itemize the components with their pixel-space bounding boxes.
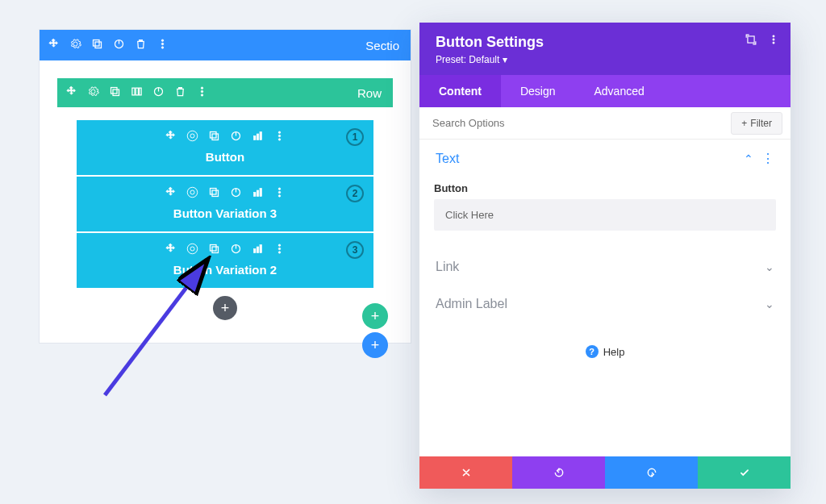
svg-point-4 xyxy=(161,39,164,41)
gear-icon[interactable] xyxy=(186,186,198,202)
module-badge: 3 xyxy=(346,241,364,259)
modal-header: Button Settings Preset: Default ▾ xyxy=(419,23,791,75)
svg-rect-44 xyxy=(254,249,257,253)
svg-rect-46 xyxy=(260,245,262,253)
panel-link-head[interactable]: Link ⌄ xyxy=(434,248,776,285)
more-icon[interactable] xyxy=(273,186,286,202)
tab-design[interactable]: Design xyxy=(501,75,575,107)
svg-rect-34 xyxy=(257,190,259,197)
power-icon[interactable] xyxy=(113,38,125,53)
move-icon[interactable] xyxy=(165,243,177,258)
add-row-button[interactable]: + xyxy=(362,303,388,329)
undo-button[interactable] xyxy=(512,456,605,489)
svg-rect-10 xyxy=(136,88,138,95)
gear-icon[interactable] xyxy=(69,38,81,53)
modal-footer xyxy=(419,456,791,489)
gear-icon[interactable] xyxy=(186,243,198,258)
add-section-button[interactable]: + xyxy=(362,332,388,358)
search-input[interactable] xyxy=(419,107,731,139)
move-icon[interactable] xyxy=(165,130,177,145)
chevron-down-icon: ⌄ xyxy=(765,298,774,310)
svg-rect-29 xyxy=(211,189,217,195)
power-icon[interactable] xyxy=(230,186,242,202)
svg-point-36 xyxy=(278,188,281,190)
gear-icon[interactable] xyxy=(186,130,198,145)
svg-rect-11 xyxy=(140,88,142,95)
svg-rect-7 xyxy=(111,87,118,94)
columns-icon[interactable] xyxy=(131,85,143,101)
more-icon[interactable]: ⋮ xyxy=(761,151,774,166)
duplicate-icon[interactable] xyxy=(208,186,220,202)
svg-point-17 xyxy=(187,131,198,141)
svg-rect-35 xyxy=(260,189,262,197)
module-card[interactable]: Button Variation 2 3 xyxy=(77,233,373,288)
help-link[interactable]: ? Help xyxy=(434,345,776,358)
save-button[interactable] xyxy=(698,456,791,489)
svg-point-49 xyxy=(278,252,281,254)
module-card[interactable]: Button 1 xyxy=(77,120,373,175)
stats-icon[interactable] xyxy=(252,186,264,202)
svg-rect-19 xyxy=(212,134,219,140)
svg-point-52 xyxy=(773,35,774,37)
move-icon[interactable] xyxy=(65,85,77,101)
tab-content[interactable]: Content xyxy=(419,75,501,107)
builder-canvas: Sectio Row xyxy=(39,29,411,344)
duplicate-icon[interactable] xyxy=(109,85,121,101)
svg-point-14 xyxy=(201,86,203,89)
filter-button[interactable]: + Filter xyxy=(731,112,782,135)
chevron-down-icon: ▾ xyxy=(503,54,507,65)
add-module-button[interactable]: + xyxy=(213,296,237,320)
svg-rect-30 xyxy=(212,190,219,197)
section-toolbar: Sectio xyxy=(40,30,411,60)
move-icon[interactable] xyxy=(165,186,177,202)
tab-advanced[interactable]: Advanced xyxy=(574,75,663,107)
duplicate-icon[interactable] xyxy=(208,130,220,145)
stats-icon[interactable] xyxy=(252,130,264,145)
svg-point-47 xyxy=(278,244,281,247)
trash-icon[interactable] xyxy=(135,38,147,53)
gear-icon[interactable] xyxy=(87,85,99,101)
power-icon[interactable] xyxy=(230,130,242,145)
svg-point-37 xyxy=(278,191,281,194)
settings-modal: Button Settings Preset: Default ▾ Conten… xyxy=(419,23,791,489)
svg-point-38 xyxy=(278,195,281,198)
field-label-button: Button xyxy=(434,182,776,194)
svg-point-5 xyxy=(161,43,164,45)
stats-icon[interactable] xyxy=(252,243,264,258)
more-icon[interactable] xyxy=(273,130,286,145)
row-toolbar: Row xyxy=(57,78,393,107)
move-icon[interactable] xyxy=(48,38,60,53)
svg-rect-8 xyxy=(113,90,119,96)
panel-link: Link ⌄ xyxy=(434,248,776,285)
modal-tabs: Content Design Advanced xyxy=(419,75,791,107)
more-icon[interactable] xyxy=(156,38,169,53)
button-text-input[interactable] xyxy=(434,199,776,231)
trash-icon[interactable] xyxy=(174,85,186,101)
svg-point-25 xyxy=(278,131,281,134)
more-icon[interactable] xyxy=(273,243,286,258)
more-icon[interactable] xyxy=(768,34,779,48)
duplicate-icon[interactable] xyxy=(208,243,220,258)
svg-rect-45 xyxy=(257,247,259,253)
module-card[interactable]: Button Variation 3 2 xyxy=(77,177,373,231)
power-icon[interactable] xyxy=(230,243,242,258)
expand-icon[interactable] xyxy=(745,34,757,48)
cancel-button[interactable] xyxy=(419,456,512,489)
module-label: Button Variation 2 xyxy=(93,263,357,277)
redo-button[interactable] xyxy=(605,456,698,489)
svg-point-28 xyxy=(187,187,198,198)
preset-selector[interactable]: Preset: Default ▾ xyxy=(436,54,774,65)
svg-rect-1 xyxy=(95,42,102,48)
section-label: Sectio xyxy=(365,39,399,52)
panel-text: Text ⌃ ⋮ Button xyxy=(434,140,776,231)
power-icon[interactable] xyxy=(152,85,165,101)
svg-point-39 xyxy=(187,244,198,254)
panel-admin-head[interactable]: Admin Label ⌄ xyxy=(434,285,776,323)
duplicate-icon[interactable] xyxy=(91,38,103,53)
help-icon: ? xyxy=(586,345,599,358)
svg-point-15 xyxy=(201,90,203,93)
module-label: Button xyxy=(93,150,357,164)
svg-rect-51 xyxy=(748,36,754,43)
more-icon[interactable] xyxy=(196,85,208,101)
panel-text-head[interactable]: Text ⌃ ⋮ xyxy=(434,140,776,177)
